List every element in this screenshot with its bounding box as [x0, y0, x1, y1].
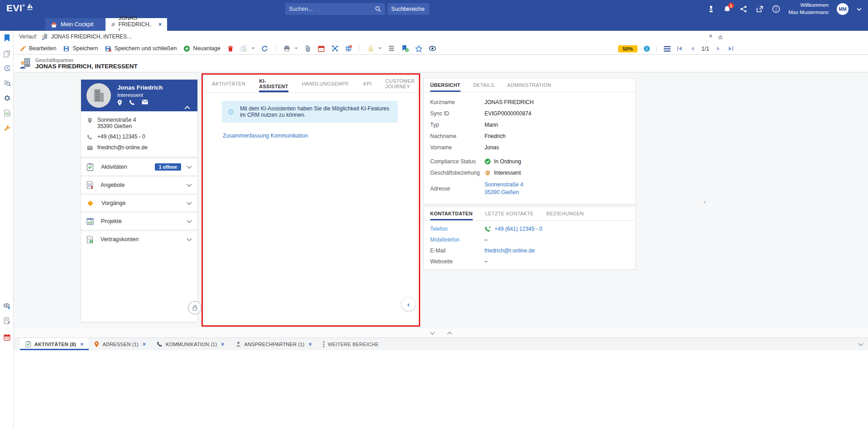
verlauf-entry[interactable]: JONAS FRIEDRICH, INTERES...	[51, 33, 131, 40]
bottom-tab-weitere-bereiche[interactable]: WEITERE BEREICHE	[317, 338, 384, 350]
notifications-bell-icon[interactable]: 1	[723, 5, 731, 13]
delete-trash-icon[interactable]	[227, 45, 234, 52]
phone-icon[interactable]	[129, 100, 135, 105]
favorite-star-icon[interactable]	[415, 45, 422, 52]
collapse-card-chevron-icon[interactable]	[184, 106, 190, 109]
tab-handlungsempf[interactable]: HANDLUNGSEMPF.	[302, 75, 350, 92]
watch-eye-icon[interactable]	[429, 45, 436, 52]
section-projekte[interactable]: Projekte	[81, 211, 197, 229]
status-ok-icon	[484, 158, 491, 165]
settings-gear-icon[interactable]	[3, 94, 11, 102]
refresh-icon[interactable]	[261, 45, 269, 52]
tab-administration[interactable]: ADMINISTRATION	[507, 78, 551, 92]
bottom-tab-adressen[interactable]: ADRESSEN (1) ×	[89, 338, 151, 350]
close-tab-icon[interactable]: ×	[158, 21, 162, 28]
lock-caret-icon[interactable]	[378, 48, 382, 49]
tab-kpi[interactable]: KPI	[363, 75, 372, 92]
dataset-stack-icon[interactable]	[388, 45, 395, 52]
address-link-line2[interactable]: 35390 Gießen	[484, 189, 523, 196]
bottom-tab-aktivitaeten[interactable]: AKTIVITÄTEN (8) ×	[20, 338, 89, 350]
tab-mein-cockpit[interactable]: Mein Cockpit	[45, 18, 106, 31]
watch-favorite-icon[interactable]	[3, 302, 11, 310]
calendar-icon[interactable]	[3, 333, 11, 341]
close-history-icon[interactable]: ×	[709, 33, 712, 39]
section-aktivitaeten[interactable]: Aktivitäten 1 offene	[81, 157, 197, 175]
history-icon[interactable]	[3, 64, 11, 72]
panel-collapse-button[interactable]: ‹	[402, 297, 415, 311]
tab-customer-journey[interactable]: CUSTOMER JOURNEY	[385, 75, 419, 92]
tab-aktivitaeten[interactable]: AKTIVITÄTEN	[212, 75, 245, 92]
contact-email-row[interactable]: friedrich@t-online.de	[86, 144, 193, 151]
first-page-icon[interactable]	[676, 45, 683, 52]
tab-details[interactable]: DETAILS	[473, 78, 494, 92]
zoom-level-badge[interactable]: 50%	[618, 45, 638, 52]
next-page-icon[interactable]	[715, 45, 722, 52]
map-globe-icon[interactable]	[345, 45, 352, 52]
copy-caret-icon[interactable]	[251, 48, 255, 49]
lighthouse-icon[interactable]	[707, 5, 715, 13]
address-link-line1[interactable]: Sonnenstraße 4	[484, 181, 523, 189]
tab-beziehungen[interactable]: BEZIEHUNGEN	[547, 207, 584, 220]
collapse-up-chevron-icon[interactable]	[447, 332, 452, 335]
section-angebote[interactable]: Angebote	[81, 175, 197, 193]
bottom-tab-ansprechpartner[interactable]: ANSPRECHPARTNER (1) ×	[230, 338, 317, 350]
close-tab-icon[interactable]: ×	[309, 341, 312, 347]
global-search[interactable]	[285, 3, 385, 15]
privacy-lock-button[interactable]	[188, 301, 201, 314]
right-panel-collapse-handle[interactable]: ‹	[704, 198, 706, 205]
notes-edit-icon[interactable]	[3, 317, 11, 324]
section-vertragskonten[interactable]: € Vertragskonten	[81, 229, 197, 247]
tab-jonas-friedrich[interactable]: JONAS FRIEDRICH, I... ×	[106, 18, 167, 31]
zusammenfassung-link[interactable]: Zusammenfassung Kommunikation	[223, 133, 308, 139]
mail-icon[interactable]	[142, 100, 148, 105]
search-icon[interactable]	[375, 6, 381, 12]
pin-panel-icon[interactable]	[718, 34, 723, 39]
info-icon[interactable]	[643, 45, 650, 52]
tab-uebersicht[interactable]: ÜBERSICHT	[430, 78, 460, 92]
center-tab-bar: AKTIVITÄTEN KI-ASSISTENT HANDLUNGSEMPF. …	[203, 75, 419, 93]
copy-pages-icon[interactable]	[3, 50, 11, 57]
close-tab-icon[interactable]: ×	[143, 341, 146, 347]
bookmark-add-icon[interactable]	[402, 45, 409, 52]
email-link[interactable]: friedrich@t-online.de	[484, 247, 535, 254]
lock-record-button[interactable]	[367, 45, 382, 52]
print-caret-icon[interactable]	[294, 48, 298, 49]
search-list-icon[interactable]	[3, 79, 11, 87]
last-page-icon[interactable]	[727, 45, 734, 52]
more-options-icon[interactable]	[772, 5, 780, 13]
call-forward-icon[interactable]	[484, 226, 491, 232]
section-vorgaenge[interactable]: Vorgänge	[81, 193, 197, 211]
chevron-down-icon[interactable]	[858, 343, 863, 346]
wrench-icon[interactable]	[3, 124, 11, 132]
bottom-tab-kommunikation[interactable]: KOMMUNIKATION (1) ×	[151, 338, 230, 350]
prev-page-icon[interactable]	[689, 45, 696, 52]
print-button[interactable]	[283, 45, 298, 52]
new-record-button[interactable]: Neuanlage	[183, 45, 220, 52]
user-menu-chevron-icon[interactable]	[857, 8, 862, 11]
save-and-close-button[interactable]: Speichern und schließen	[105, 45, 177, 52]
tab-kontaktdaten[interactable]: KONTAKTDATEN	[430, 207, 473, 220]
bookmark-icon[interactable]	[3, 34, 11, 42]
tab-ki-assistent[interactable]: KI-ASSISTENT	[259, 75, 288, 92]
attachment-paperclip-icon[interactable]	[304, 45, 312, 52]
telefon-link[interactable]: +49 (641) 12345 - 0	[494, 226, 542, 232]
search-scope-dropdown[interactable]: Suchbereiche	[388, 3, 429, 15]
search-input[interactable]	[289, 6, 375, 12]
map-pin-icon[interactable]	[117, 100, 122, 106]
share-icon[interactable]	[739, 5, 748, 13]
contact-address-row[interactable]: Sonnenstraße 435390 Gießen	[86, 117, 193, 129]
expand-down-chevron-icon[interactable]	[430, 332, 435, 335]
edit-button[interactable]: Bearbeiten	[19, 45, 56, 52]
open-in-new-icon[interactable]	[756, 5, 764, 13]
close-tab-icon[interactable]: ×	[221, 341, 224, 347]
menu-hamburger-icon[interactable]	[663, 45, 671, 52]
user-avatar[interactable]: MM	[837, 3, 849, 15]
calendar-red-icon[interactable]	[318, 45, 325, 52]
save-button[interactable]: Speichern	[62, 45, 98, 52]
tab-letzte-kontakte[interactable]: LETZTE KONTAKTE	[485, 207, 534, 220]
document-export-icon[interactable]	[3, 109, 11, 117]
close-tab-icon[interactable]: ×	[80, 341, 83, 347]
contact-phone-row[interactable]: +49 (641) 12345 - 0	[86, 133, 193, 140]
relations-hub-icon[interactable]	[331, 45, 339, 52]
copy-record-button[interactable]	[240, 45, 255, 52]
